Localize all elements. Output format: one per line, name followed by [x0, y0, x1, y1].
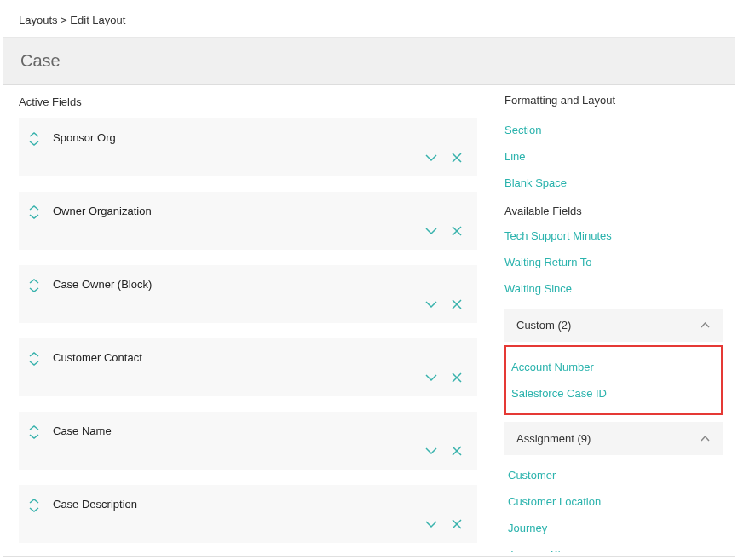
- remove-icon[interactable]: [450, 517, 464, 531]
- expand-icon[interactable]: [424, 151, 438, 165]
- available-field-item[interactable]: Journey Stage: [508, 541, 723, 552]
- field-card[interactable]: Customer Contact: [19, 338, 477, 396]
- available-field-item[interactable]: Waiting Return To: [504, 249, 723, 275]
- field-actions: [424, 297, 464, 311]
- available-field-item[interactable]: Tech Support Minutes: [504, 222, 723, 249]
- available-panel: Formatting and Layout SectionLineBlank S…: [493, 85, 735, 552]
- formatting-item[interactable]: Blank Space: [504, 170, 723, 196]
- drag-handle-icon[interactable]: [27, 279, 41, 292]
- remove-icon[interactable]: [450, 224, 464, 238]
- available-field-item[interactable]: Journey: [508, 515, 723, 541]
- group-label: Assignment (9): [516, 432, 591, 445]
- available-field-item[interactable]: Customer Location: [508, 488, 723, 515]
- remove-icon[interactable]: [450, 444, 464, 458]
- active-fields-heading: Active Fields: [19, 95, 477, 108]
- group-label: Custom (2): [516, 319, 571, 332]
- field-label: Case Description: [53, 497, 424, 511]
- field-label: Customer Contact: [53, 350, 424, 364]
- page-title: Case: [20, 51, 718, 71]
- breadcrumb[interactable]: Layouts > Edit Layout: [3, 3, 735, 38]
- available-fields-heading: Available Fields: [504, 205, 723, 217]
- remove-icon[interactable]: [450, 371, 464, 384]
- field-actions: [424, 517, 464, 531]
- field-actions: [424, 151, 464, 165]
- expand-icon[interactable]: [424, 297, 438, 311]
- group-items-highlighted: Account NumberSalesforce Case ID: [504, 345, 723, 415]
- chevron-up-icon[interactable]: [700, 321, 711, 329]
- expand-icon[interactable]: [424, 371, 438, 384]
- field-actions: [424, 224, 464, 238]
- field-label: Owner Organization: [53, 204, 424, 217]
- formatting-item[interactable]: Section: [504, 117, 723, 143]
- drag-handle-icon[interactable]: [27, 132, 41, 146]
- field-label: Sponsor Org: [53, 130, 424, 144]
- drag-handle-icon[interactable]: [27, 425, 41, 439]
- formatting-heading: Formatting and Layout: [504, 94, 723, 107]
- expand-icon[interactable]: [424, 517, 438, 531]
- available-field-item[interactable]: Account Number: [511, 354, 716, 380]
- group-header[interactable]: Custom (2): [504, 309, 723, 342]
- field-card[interactable]: Case Name: [19, 412, 477, 470]
- expand-icon[interactable]: [424, 444, 438, 458]
- field-card[interactable]: Case Owner (Block): [19, 265, 477, 323]
- header-bar: Case: [3, 38, 735, 85]
- field-label: Case Name: [53, 424, 424, 437]
- remove-icon[interactable]: [450, 297, 464, 311]
- page-container: Layouts > Edit Layout Case Active Fields…: [3, 3, 735, 557]
- field-label: Case Owner (Block): [53, 277, 424, 291]
- field-actions: [424, 444, 464, 458]
- remove-icon[interactable]: [450, 151, 464, 165]
- field-card[interactable]: Sponsor Org: [19, 118, 477, 176]
- drag-handle-icon[interactable]: [27, 352, 41, 366]
- formatting-item[interactable]: Line: [504, 143, 723, 170]
- chevron-up-icon[interactable]: [700, 435, 711, 442]
- field-card[interactable]: Owner Organization: [19, 192, 477, 250]
- expand-icon[interactable]: [424, 224, 438, 238]
- drag-handle-icon[interactable]: [27, 205, 41, 219]
- available-field-item[interactable]: Salesforce Case ID: [511, 380, 716, 407]
- group-header[interactable]: Assignment (9): [504, 422, 723, 455]
- field-card[interactable]: Case Description: [19, 485, 477, 543]
- available-field-item[interactable]: Customer: [508, 462, 723, 488]
- active-fields-panel: Active Fields Sponsor OrgOwner Organizat…: [3, 85, 493, 552]
- content-area: Active Fields Sponsor OrgOwner Organizat…: [3, 85, 735, 552]
- group-items: CustomerCustomer LocationJourneyJourney …: [504, 462, 723, 552]
- field-actions: [424, 371, 464, 384]
- drag-handle-icon[interactable]: [27, 499, 41, 512]
- available-field-item[interactable]: Waiting Since: [504, 275, 723, 302]
